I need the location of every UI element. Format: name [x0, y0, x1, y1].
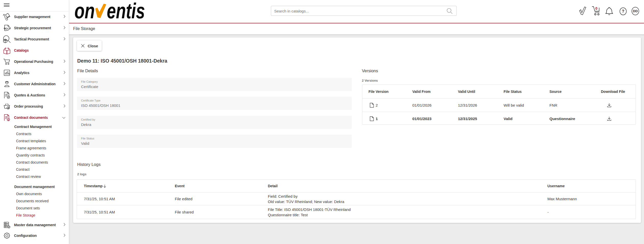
- svg-text:entis: entis: [107, 2, 145, 19]
- svg-text:on: on: [74, 2, 95, 19]
- svg-text:§: §: [8, 119, 9, 121]
